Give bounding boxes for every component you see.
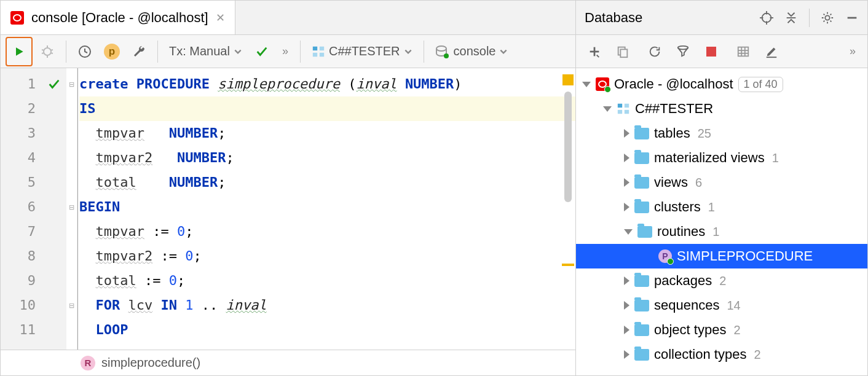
count-label: 2 bbox=[733, 323, 740, 337]
tree-label: object types bbox=[654, 322, 726, 338]
tab-title: console [Oracle - @localhost] bbox=[31, 10, 208, 26]
filter-button[interactable] bbox=[671, 39, 695, 64]
svg-rect-28 bbox=[738, 47, 749, 56]
svg-rect-34 bbox=[618, 104, 622, 108]
svg-rect-36 bbox=[618, 110, 622, 114]
stop-button[interactable] bbox=[699, 39, 724, 64]
code-body[interactable]: create PROCEDURE simpleprocedure (inval … bbox=[77, 68, 575, 350]
editor-scrollbar[interactable] bbox=[561, 68, 575, 350]
count-label: 6 bbox=[695, 176, 702, 190]
svg-point-20 bbox=[825, 15, 829, 20]
svg-line-4 bbox=[50, 50, 53, 50]
count-label: 1 bbox=[772, 151, 779, 165]
schema-dropdown[interactable]: C##TESTER bbox=[307, 44, 417, 58]
scroll-thumb[interactable] bbox=[564, 92, 572, 202]
svg-rect-9 bbox=[320, 46, 324, 50]
folder-icon bbox=[634, 177, 649, 189]
database-tree[interactable]: Oracle - @localhost 1 of 40C##TESTERtabl… bbox=[576, 68, 867, 375]
more-button[interactable]: » bbox=[844, 39, 861, 64]
breadcrumb-bar: R simpleprocedure() bbox=[1, 350, 575, 375]
svg-rect-37 bbox=[625, 110, 629, 114]
collapse-icon[interactable] bbox=[784, 11, 798, 25]
folder-icon bbox=[634, 128, 649, 139]
commit-button[interactable] bbox=[250, 39, 274, 64]
svg-rect-35 bbox=[625, 104, 629, 108]
folder-icon bbox=[634, 275, 649, 287]
oracle-icon bbox=[596, 77, 609, 91]
count-label: 1 bbox=[712, 225, 719, 239]
add-button[interactable] bbox=[582, 39, 607, 64]
gear-icon[interactable] bbox=[821, 11, 834, 25]
target-icon[interactable] bbox=[760, 11, 773, 25]
svg-line-3 bbox=[42, 50, 44, 50]
editor-toolbar: p Tx: Manual » C##TESTER console bbox=[1, 35, 575, 68]
svg-line-6 bbox=[50, 53, 53, 53]
history-button[interactable] bbox=[73, 39, 97, 64]
tree-row[interactable]: collection types2 bbox=[576, 342, 867, 367]
svg-rect-27 bbox=[706, 47, 716, 57]
minimize-icon[interactable] bbox=[845, 11, 859, 25]
tree-row[interactable]: C##TESTER bbox=[576, 96, 867, 121]
tree-label: views bbox=[654, 174, 688, 190]
count-label: 1 bbox=[708, 200, 715, 214]
table-button[interactable] bbox=[731, 39, 756, 64]
folder-icon bbox=[634, 152, 649, 164]
routine-icon: R bbox=[81, 356, 95, 370]
tree-label: materialized views bbox=[654, 150, 765, 166]
svg-rect-10 bbox=[313, 52, 317, 56]
count-badge: 1 of 40 bbox=[738, 77, 783, 92]
console-dropdown[interactable]: console bbox=[430, 44, 513, 58]
tree-row[interactable]: tables25 bbox=[576, 121, 867, 146]
more-button[interactable]: » bbox=[277, 39, 294, 64]
debug-button[interactable] bbox=[35, 39, 60, 64]
tree-label: packages bbox=[654, 273, 712, 289]
fold-column[interactable]: ⊟⊟⊟ bbox=[66, 68, 77, 350]
svg-point-0 bbox=[44, 48, 51, 55]
database-toolbar: » bbox=[576, 35, 867, 68]
database-panel-header: Database bbox=[576, 1, 867, 35]
svg-point-13 bbox=[444, 53, 449, 58]
tree-label: SIMPLEPROCEDURE bbox=[677, 248, 813, 264]
svg-point-14 bbox=[762, 13, 771, 22]
count-label: 2 bbox=[719, 274, 726, 288]
folder-icon bbox=[634, 324, 649, 336]
edit-button[interactable] bbox=[759, 39, 784, 64]
tree-label: sequences bbox=[654, 297, 719, 313]
duplicate-button[interactable] bbox=[610, 39, 635, 64]
tree-row[interactable]: clusters1 bbox=[576, 195, 867, 219]
count-label: 25 bbox=[698, 127, 711, 141]
folder-icon bbox=[634, 349, 649, 361]
folder-icon bbox=[637, 226, 652, 238]
line-numbers: 1234567891011 bbox=[1, 68, 42, 350]
code-editor[interactable]: 1234567891011 ⊟⊟⊟ create PROCEDURE simpl… bbox=[1, 68, 575, 350]
tree-label: tables bbox=[654, 125, 690, 141]
tree-row[interactable]: Oracle - @localhost 1 of 40 bbox=[576, 72, 867, 96]
schema-icon bbox=[617, 102, 630, 116]
panel-title: Database bbox=[585, 10, 642, 26]
count-label: 2 bbox=[754, 348, 760, 362]
breadcrumb-proc[interactable]: simpleprocedure() bbox=[101, 356, 200, 370]
tree-row[interactable]: routines1 bbox=[576, 219, 867, 244]
folder-icon bbox=[634, 300, 649, 311]
tx-mode-dropdown[interactable]: Tx: Manual bbox=[164, 44, 247, 58]
tree-row[interactable]: materialized views1 bbox=[576, 146, 867, 170]
tree-row[interactable]: sequences14 bbox=[576, 293, 867, 318]
editor-tab[interactable]: console [Oracle - @localhost] ✕ bbox=[1, 1, 235, 34]
tree-label: clusters bbox=[654, 199, 701, 215]
procedure-button[interactable]: p bbox=[100, 39, 124, 64]
tree-row[interactable]: PSIMPLEPROCEDURE bbox=[576, 244, 867, 268]
warning-marker-icon bbox=[562, 74, 574, 85]
wrench-button[interactable] bbox=[127, 39, 151, 64]
run-button[interactable] bbox=[6, 37, 33, 66]
close-icon[interactable]: ✕ bbox=[216, 11, 225, 25]
tree-row[interactable]: packages2 bbox=[576, 268, 867, 293]
tree-row[interactable]: views6 bbox=[576, 170, 867, 195]
count-label: 14 bbox=[727, 299, 740, 313]
refresh-button[interactable] bbox=[642, 39, 667, 64]
tree-label: collection types bbox=[654, 347, 746, 362]
svg-rect-8 bbox=[313, 46, 317, 50]
svg-line-5 bbox=[42, 53, 44, 53]
svg-rect-25 bbox=[620, 49, 627, 57]
tree-row[interactable]: object types2 bbox=[576, 318, 867, 342]
oracle-icon bbox=[10, 11, 24, 25]
